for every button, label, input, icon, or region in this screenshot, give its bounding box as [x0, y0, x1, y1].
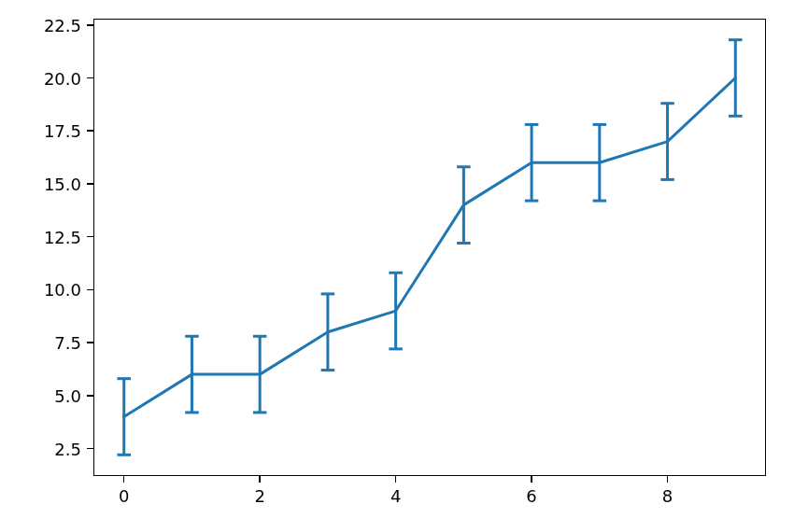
x-tick-mark	[123, 476, 125, 483]
y-tick-mark	[87, 236, 93, 238]
x-tick-mark	[667, 476, 669, 483]
y-tick-label: 17.5	[44, 121, 81, 141]
y-tick-mark	[87, 448, 93, 450]
y-tick-mark	[87, 183, 93, 185]
y-tick-label: 20.0	[44, 68, 81, 88]
x-tick-label: 8	[662, 486, 673, 506]
y-tick-label: 15.0	[44, 174, 81, 193]
y-tick-mark	[87, 24, 93, 26]
y-tick-label: 2.5	[54, 439, 81, 458]
chart-figure: 024682.55.07.510.012.515.017.520.022.5	[0, 0, 794, 532]
data-line	[124, 78, 736, 417]
x-tick-mark	[259, 476, 261, 483]
x-tick-mark	[531, 476, 532, 483]
x-tick-label: 0	[119, 486, 129, 506]
y-tick-label: 12.5	[44, 227, 81, 246]
y-tick-mark	[87, 77, 93, 79]
y-tick-mark	[87, 130, 93, 132]
y-tick-label: 10.0	[44, 280, 81, 300]
y-tick-mark	[87, 395, 93, 397]
x-tick-label: 6	[526, 486, 536, 506]
y-tick-label: 22.5	[44, 15, 81, 35]
x-tick-label: 4	[390, 486, 401, 506]
x-tick-label: 2	[254, 486, 264, 506]
y-tick-label: 5.0	[54, 385, 81, 405]
y-tick-mark	[87, 342, 93, 343]
y-tick-label: 7.5	[54, 333, 81, 353]
y-tick-mark	[87, 289, 93, 291]
x-tick-mark	[395, 476, 397, 483]
plot-svg	[0, 0, 794, 532]
